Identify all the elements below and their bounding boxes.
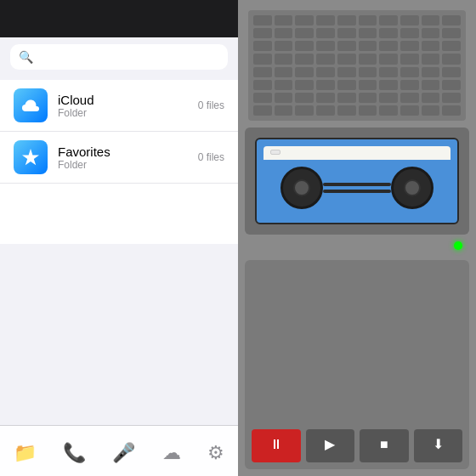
grille-slot xyxy=(253,41,272,51)
play-icon: ▶ xyxy=(325,436,335,452)
tab-settings[interactable]: ⚙ xyxy=(207,442,224,464)
pause-icon: ⏸ xyxy=(269,437,283,452)
save-icon: ⬇ xyxy=(433,436,444,452)
grille-slot xyxy=(422,15,440,26)
reel-inner xyxy=(404,179,421,196)
cloud-icon: ☁ xyxy=(162,442,181,464)
search-bar[interactable]: 🔍 xyxy=(10,44,228,70)
grille-slot xyxy=(400,80,419,90)
controls-area: ⏸ ▶ ■ ⬇ xyxy=(245,260,469,469)
grille-slot xyxy=(400,41,419,51)
file-info: Favorites Folder xyxy=(58,144,188,171)
cassette-tape[interactable] xyxy=(255,138,459,224)
grille-slot xyxy=(359,105,377,116)
grille-slot xyxy=(316,105,335,116)
grille-slot xyxy=(379,15,398,26)
grille-slot xyxy=(422,67,440,77)
recents-icon: 📁 xyxy=(14,442,37,464)
grille-slot xyxy=(316,67,335,77)
grille-slot xyxy=(295,15,314,26)
file-info: iCloud Folder xyxy=(58,93,188,119)
right-reel xyxy=(391,167,434,209)
grille-slot xyxy=(253,67,272,77)
file-list: iCloud Folder 0 files Favorites Folder 0… xyxy=(0,80,238,244)
grille-slot xyxy=(253,28,272,38)
grille-slot xyxy=(295,28,314,38)
files-app-panel: 🔍 iCloud Folder 0 files Favorites xyxy=(0,0,238,476)
file-name: iCloud xyxy=(58,93,188,107)
tab-cloud[interactable]: ☁ xyxy=(162,442,181,464)
grille-slot xyxy=(379,41,398,51)
grille-slot xyxy=(275,41,293,51)
grille-slot xyxy=(442,15,461,26)
grille-slot xyxy=(275,54,293,64)
grille-slot xyxy=(295,41,314,51)
grille-slot xyxy=(316,80,335,90)
grille-slot xyxy=(442,93,461,103)
grille-slot xyxy=(422,93,440,103)
grille-slot xyxy=(337,80,356,90)
file-count: 0 files xyxy=(198,151,224,163)
cassette-top xyxy=(264,146,450,158)
grille-slot xyxy=(400,54,419,64)
grille-slot xyxy=(337,54,356,64)
cassette-side-label xyxy=(270,150,280,155)
speaker-grille: // Generate grille slots const grille = … xyxy=(248,10,466,121)
grille-slot xyxy=(253,80,272,90)
grille-slot xyxy=(400,28,419,38)
tab-shared[interactable]: 📞 xyxy=(63,442,86,464)
grille-slot xyxy=(379,93,398,103)
stop-icon: ■ xyxy=(380,437,388,452)
tab-recents[interactable]: 📁 xyxy=(14,442,37,464)
grille-slot xyxy=(275,28,293,38)
pause-button[interactable]: ⏸ xyxy=(252,429,301,462)
tab-mic[interactable]: 🎤 xyxy=(112,442,135,464)
grille-slot xyxy=(422,80,440,90)
grille-slot xyxy=(379,80,398,90)
grille-slot xyxy=(316,28,335,38)
grille-slot xyxy=(400,105,419,116)
nav-header xyxy=(0,0,238,37)
grille-slot xyxy=(379,28,398,38)
grille-slot xyxy=(400,67,419,77)
grille-slot xyxy=(253,15,272,26)
play-button[interactable]: ▶ xyxy=(306,429,355,462)
grille-slot xyxy=(316,41,335,51)
grille-slot xyxy=(359,41,377,51)
grille-slot xyxy=(337,105,356,116)
left-reel xyxy=(280,167,323,209)
grille-slot xyxy=(422,28,440,38)
grille-slot xyxy=(400,15,419,26)
list-item[interactable]: Favorites Folder 0 files xyxy=(0,132,238,184)
grille-slot xyxy=(275,15,293,26)
grille-slot xyxy=(359,67,377,77)
grille-slot xyxy=(295,105,314,116)
grille-slot xyxy=(422,41,440,51)
grille-slot xyxy=(379,105,398,116)
grille-slot xyxy=(359,93,377,103)
save-as-button[interactable]: ⬇ xyxy=(414,429,463,462)
cassette-recorder-panel: // Generate grille slots const grille = … xyxy=(238,0,476,476)
settings-icon: ⚙ xyxy=(207,442,224,464)
grille-slot xyxy=(275,105,293,116)
grille-slot xyxy=(275,93,293,103)
grille-slot xyxy=(295,54,314,64)
grille-slot xyxy=(422,105,440,116)
grille-slot xyxy=(275,67,293,77)
icloud-folder-icon xyxy=(14,88,48,122)
grille-slot xyxy=(275,80,293,90)
cassette-area xyxy=(245,128,469,235)
grille-slot xyxy=(337,93,356,103)
tape-line-bottom xyxy=(323,190,391,193)
grille-slot xyxy=(359,15,377,26)
search-icon: 🔍 xyxy=(19,50,33,64)
favorites-folder-icon xyxy=(14,140,48,174)
grille-slot xyxy=(422,54,440,64)
list-item[interactable]: iCloud Folder 0 files xyxy=(0,80,238,132)
grille-slot xyxy=(337,28,356,38)
tab-bar: 📁 📞 🎤 ☁ ⚙ xyxy=(0,425,238,476)
grille-slot xyxy=(400,93,419,103)
storage-info xyxy=(0,247,238,261)
stop-button[interactable]: ■ xyxy=(360,429,409,462)
grille-slot xyxy=(359,28,377,38)
